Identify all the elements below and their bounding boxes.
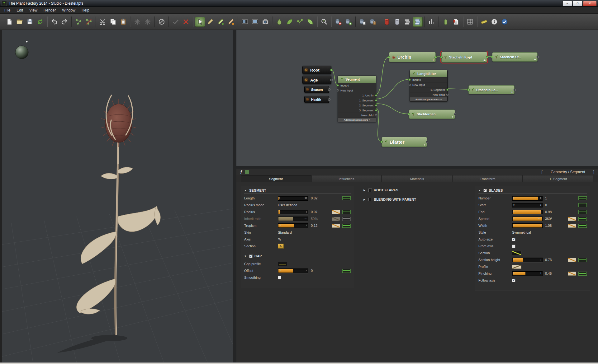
validate-plant-icon[interactable]: [500, 17, 509, 26]
material-library-icon[interactable]: [392, 17, 402, 26]
prune-tool-icon[interactable]: [306, 17, 315, 26]
viewport-3d[interactable]: [2, 30, 233, 362]
param-checkbox[interactable]: ✓: [512, 238, 515, 241]
input-port[interactable]: [380, 141, 383, 143]
edit-curve-button[interactable]: ✎: [278, 237, 281, 242]
redo-icon[interactable]: [60, 17, 69, 26]
tab-1-segment[interactable]: 1. Segment: [523, 175, 593, 182]
node-blaetter[interactable]: Blätter +: [382, 137, 427, 147]
node-health[interactable]: U Health: [304, 96, 329, 103]
menu-file[interactable]: File: [1, 7, 13, 13]
node-root[interactable]: U Root: [302, 66, 331, 74]
param-slider[interactable]: -11: [278, 268, 308, 273]
group-checkbox[interactable]: ✓: [249, 254, 253, 258]
add-child-button[interactable]: +: [432, 58, 434, 62]
output-port[interactable]: [328, 88, 330, 91]
param-slider[interactable]: 01: [512, 203, 543, 208]
draw-tool-icon[interactable]: [206, 17, 215, 26]
port-input-0[interactable]: Input 0: [410, 77, 447, 82]
curve-thumb-green[interactable]: [578, 272, 587, 276]
curve-thumb-beige[interactable]: [332, 210, 340, 214]
param-slider[interactable]: -22: [278, 223, 308, 228]
curve-thumb-green[interactable]: [578, 224, 587, 228]
curve-thumb-green[interactable]: [578, 217, 587, 221]
reload-plant-icon[interactable]: [36, 17, 45, 26]
param-slider[interactable]: 0360: [512, 217, 543, 221]
node-season[interactable]: U Season: [304, 86, 329, 93]
port-dot[interactable]: [337, 84, 339, 86]
library-paste-icon[interactable]: [368, 17, 377, 26]
node-stacheln-kopf[interactable]: Stacheln Kopf +: [441, 52, 487, 63]
node-stieldornen[interactable]: Stieldornen +: [409, 110, 455, 119]
node-langblaetter[interactable]: Langblätter Input 0 New input 1. Segment…: [410, 70, 448, 102]
port-dot[interactable]: [375, 94, 377, 96]
snapshot-render-icon[interactable]: [261, 17, 270, 26]
maximize-view-icon[interactable]: [250, 17, 260, 26]
tab-influences[interactable]: Influences: [311, 175, 382, 182]
port-dot[interactable]: [446, 94, 448, 96]
library-copy-icon[interactable]: [358, 17, 367, 26]
curve-thumb-beige[interactable]: [568, 217, 576, 221]
split-components-icon[interactable]: [84, 17, 93, 26]
node-header[interactable]: Segment: [338, 76, 376, 83]
collapse-toggle-icon[interactable]: ▶: [363, 198, 367, 201]
material-editor-icon[interactable]: [382, 17, 392, 26]
tab-transform[interactable]: Transform: [453, 175, 523, 182]
branch-tool-icon[interactable]: [295, 17, 305, 26]
collapse-toggle-icon[interactable]: ▶: [363, 189, 367, 192]
param-slider[interactable]: 01: [512, 271, 543, 276]
level-of-detail-icon[interactable]: [427, 17, 436, 26]
copy-icon[interactable]: [108, 17, 118, 26]
param-slider[interactable]: 01: [512, 210, 543, 214]
layer-stack-edit-icon[interactable]: [413, 17, 422, 26]
new-file-icon[interactable]: [5, 17, 14, 26]
curve-preview[interactable]: [512, 251, 521, 255]
delete-node-icon[interactable]: [181, 17, 191, 26]
menu-render[interactable]: Render: [40, 7, 59, 13]
param-checkbox[interactable]: ✓: [512, 279, 515, 282]
curve-thumb-grayc[interactable]: [332, 217, 340, 221]
save-file-icon[interactable]: [25, 17, 35, 26]
menu-view[interactable]: View: [26, 7, 40, 13]
port-1-urchin[interactable]: 1. Urchin: [338, 93, 376, 98]
curve-thumb-beige[interactable]: [568, 272, 576, 276]
add-child-button[interactable]: +: [424, 143, 425, 147]
node-stacheln-la[interactable]: Stacheln La... +: [468, 85, 515, 94]
tab-segment[interactable]: Segment: [241, 175, 311, 182]
param-slider[interactable]: 01: [512, 223, 543, 228]
measure-tool-icon[interactable]: [479, 17, 489, 26]
node-header[interactable]: Langblätter: [410, 70, 447, 77]
curve-thumb-grayg[interactable]: [342, 217, 351, 221]
edit-section-button[interactable]: ✎: [278, 244, 284, 249]
input-port[interactable]: [440, 56, 443, 58]
input-port[interactable]: [388, 56, 390, 58]
cut-icon[interactable]: [98, 17, 107, 26]
curve-thumb-green[interactable]: [578, 258, 587, 262]
param-slider[interactable]: 050: [278, 196, 308, 201]
library-add-icon[interactable]: [344, 17, 353, 26]
output-port[interactable]: [536, 56, 539, 58]
undo-icon[interactable]: [50, 17, 59, 26]
port-dot[interactable]: [375, 114, 377, 116]
title-bar[interactable]: The Plant Factory 2014 - Studio - Dieste…: [0, 0, 598, 7]
port-new-child[interactable]: New child: [410, 92, 447, 97]
param-slider[interactable]: 01: [278, 210, 308, 214]
viewport-canvas[interactable]: [2, 30, 233, 362]
node-age[interactable]: U Age: [302, 76, 331, 84]
group-checkbox[interactable]: [368, 189, 372, 192]
port-dot[interactable]: [409, 79, 411, 81]
port-2-segment[interactable]: 2. Segment: [338, 103, 376, 108]
disable-node-icon[interactable]: [157, 17, 166, 26]
curve-thumb-beige[interactable]: [332, 224, 340, 228]
node-urchin[interactable]: Urchin +: [389, 52, 436, 62]
paste-icon[interactable]: [119, 17, 128, 26]
port-dot[interactable]: [337, 89, 339, 91]
unweld-icon[interactable]: [143, 17, 152, 26]
port-new-input[interactable]: New input: [410, 82, 447, 87]
param-slider[interactable]: 0100: [278, 217, 308, 221]
curve-preview[interactable]: [278, 262, 287, 266]
port-3-segment[interactable]: 3. Segment: [338, 108, 376, 113]
open-file-icon[interactable]: [15, 17, 24, 26]
node-graph-editor[interactable]: U Root U Age U Season U Health: [236, 30, 598, 166]
add-child-button[interactable]: +: [534, 58, 536, 61]
